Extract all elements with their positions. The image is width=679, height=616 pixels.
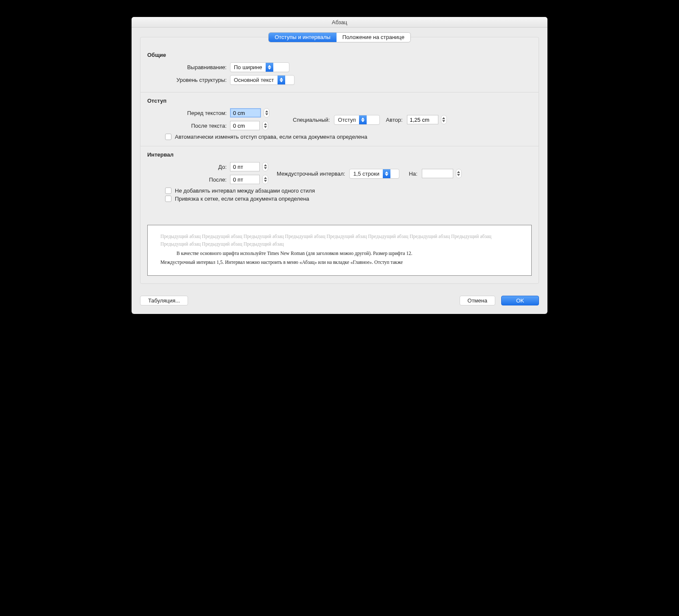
select-special-value: Отступ — [334, 117, 359, 123]
stepper-line-at[interactable] — [456, 169, 462, 178]
chevrons-icon — [278, 76, 285, 84]
label-special: Специальный: — [293, 117, 330, 123]
label-indent-after: После текста: — [147, 123, 230, 129]
preview-previous-text: Предыдущий абзац Предыдущий абзац Предыд… — [160, 233, 519, 248]
window-title: Абзац — [132, 17, 547, 28]
select-outline-value: Основной текст — [230, 77, 278, 83]
input-spacing-before[interactable] — [230, 162, 260, 171]
dialog-body: Отступы и интервалы Положение на страниц… — [132, 28, 547, 289]
label-indent-before: Перед текстом: — [147, 110, 230, 116]
chevrons-icon — [266, 63, 273, 72]
label-line-at: На: — [409, 171, 417, 177]
chevrons-icon — [383, 169, 390, 178]
paragraph-dialog: Абзац Отступы и интервалы Положение на с… — [132, 17, 547, 314]
checkbox-snap-grid[interactable] — [165, 196, 171, 202]
select-alignment[interactable]: По ширине — [230, 62, 289, 72]
select-alignment-value: По ширине — [230, 64, 266, 70]
ok-button[interactable]: OK — [501, 296, 539, 305]
preview-pane: Предыдущий абзац Предыдущий абзац Предыд… — [147, 225, 532, 276]
label-alignment: Выравнивание: — [147, 64, 230, 70]
select-outline-level[interactable]: Основной текст — [230, 75, 295, 85]
checkbox-auto-indent[interactable] — [165, 134, 171, 140]
label-spacing-before: До: — [147, 164, 230, 170]
label-line-spacing: Междустрочный интервал: — [277, 171, 345, 177]
label-snap-grid: Привязка к сетке, если сетка документа о… — [175, 196, 309, 202]
chevrons-icon — [359, 115, 367, 124]
dialog-footer: Табуляция... Отмена OK — [132, 289, 547, 314]
input-line-at[interactable] — [422, 169, 453, 178]
heading-general: Общие — [147, 47, 532, 61]
stepper-indent-before[interactable] — [264, 108, 269, 118]
tab-indents-spacing[interactable]: Отступы и интервалы — [269, 33, 337, 42]
select-line-spacing-value: 1,5 строки — [350, 171, 383, 177]
cancel-button[interactable]: Отмена — [460, 296, 496, 305]
select-line-spacing[interactable]: 1,5 строки — [349, 169, 399, 179]
input-indent-before[interactable] — [230, 108, 261, 118]
heading-indent: Отступ — [147, 92, 532, 106]
label-spacing-after: После: — [147, 176, 230, 183]
section-indent: Отступ Перед текстом: После текст — [140, 92, 539, 146]
select-special[interactable]: Отступ — [334, 115, 380, 125]
label-outline-level: Уровень структуры: — [147, 77, 230, 83]
tab-page-position[interactable]: Положение на странице — [337, 33, 410, 42]
checkbox-no-space-same-style[interactable] — [165, 188, 171, 194]
label-special-by: Автор: — [386, 117, 402, 123]
tabs-button[interactable]: Табуляция... — [140, 296, 188, 305]
section-spacing: Интервал До: После: — [147, 146, 532, 202]
input-spacing-after[interactable] — [230, 175, 260, 184]
stepper-spacing-after[interactable] — [262, 175, 268, 184]
label-no-space-same-style: Не добавлять интервал между абзацами одн… — [175, 188, 315, 194]
preview-body-line2: Междустрочный интервал 1,5. Интервал мож… — [160, 259, 519, 266]
label-auto-indent: Автоматически изменять отступ справа, ес… — [175, 134, 367, 140]
input-indent-after[interactable] — [230, 121, 260, 130]
stepper-indent-after[interactable] — [262, 121, 268, 130]
stepper-special-by[interactable] — [441, 115, 447, 124]
section-general: Общие Выравнивание: По ширине Уровень ст… — [140, 47, 539, 92]
heading-spacing: Интервал — [147, 146, 532, 160]
stepper-spacing-before[interactable] — [262, 162, 268, 171]
preview-body-line1: В качестве основного шрифта используйте … — [177, 251, 412, 256]
input-special-by[interactable] — [407, 115, 438, 124]
